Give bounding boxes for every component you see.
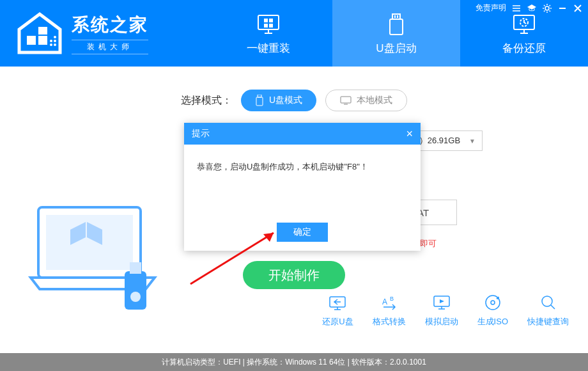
dialog-header: 提示 × (184, 123, 421, 145)
hotkey-icon (539, 293, 558, 312)
svg-rect-15 (341, 97, 351, 103)
nav-label: U盘启动 (376, 41, 416, 56)
svg-text:A: A (382, 297, 387, 306)
svg-rect-9 (397, 15, 398, 18)
tool-simulate-boot[interactable]: 模拟启动 (425, 293, 458, 328)
tool-hotkey-query[interactable]: 快捷键查询 (527, 293, 569, 328)
svg-text:B: B (390, 296, 394, 302)
format-icon: AB (380, 293, 399, 312)
graduate-icon[interactable] (527, 3, 537, 13)
logo-icon (13, 10, 66, 56)
mode-usb-button[interactable]: U盘模式 (241, 90, 316, 111)
start-button[interactable]: 开始制作 (243, 261, 345, 289)
laptop-usb-illustration (26, 194, 160, 322)
dialog-ok-button[interactable]: 确定 (277, 223, 328, 242)
minimize-icon[interactable] (557, 3, 568, 13)
mode-local-button[interactable]: 本地模式 (325, 90, 407, 111)
window-controls: 免责声明 (476, 3, 583, 13)
tool-format-convert[interactable]: AB 格式转换 (373, 293, 406, 328)
svg-rect-17 (46, 215, 133, 270)
simulate-icon (432, 293, 451, 312)
menu-icon[interactable] (511, 3, 522, 13)
nav-label: 一键重装 (247, 41, 290, 56)
dialog-close-button[interactable]: × (406, 127, 413, 141)
svg-point-0 (50, 40, 52, 42)
tool-restore-usb[interactable]: 还原U盘 (322, 293, 353, 328)
svg-point-12 (545, 6, 549, 10)
dialog: 提示 × 恭喜您，启动U盘制作成功，本机启动键"F8"！ 确定 (184, 123, 421, 251)
mode-usb-label: U盘模式 (269, 95, 302, 106)
svg-rect-6 (392, 14, 400, 19)
svg-rect-18 (125, 271, 146, 310)
mode-selector: 选择模式： U盘模式 本地模式 (0, 90, 588, 111)
backup-icon (511, 12, 537, 37)
logo: 系统之家 装机大师 (0, 0, 205, 67)
svg-point-3 (54, 43, 56, 46)
svg-point-27 (542, 296, 552, 306)
nav-label: 备份还原 (502, 41, 546, 56)
close-icon[interactable] (573, 3, 583, 13)
mode-label: 选择模式： (181, 94, 232, 107)
usb-small-icon (255, 95, 264, 106)
brand-subtitle: 装机大师 (72, 40, 148, 54)
monitor-icon (256, 12, 281, 37)
svg-rect-19 (130, 262, 141, 274)
svg-rect-5 (258, 15, 279, 29)
tool-row: 还原U盘 AB 格式转换 模拟启动 生成ISO 快捷键查询 (322, 293, 569, 328)
tool-create-iso[interactable]: 生成ISO (477, 293, 508, 328)
restore-icon (328, 293, 347, 312)
iso-icon (483, 293, 502, 312)
dialog-message: 恭喜您，启动U盘制作成功，本机启动键"F8"！ (184, 145, 421, 189)
svg-point-2 (50, 43, 52, 46)
dialog-title: 提示 (192, 128, 210, 139)
gear-icon[interactable] (542, 3, 552, 13)
brand-title: 系统之家 (72, 13, 148, 37)
status-bar: 计算机启动类型：UEFI | 操作系统：Windows 11 64位 | 软件版… (0, 353, 588, 371)
header: 系统之家 装机大师 一键重装 U盘启动 备份还原 免责声明 (0, 0, 588, 67)
mode-local-label: 本地模式 (357, 95, 392, 106)
nav-usb-boot[interactable]: U盘启动 (332, 0, 460, 67)
svg-point-1 (54, 40, 56, 42)
svg-rect-8 (394, 15, 396, 18)
device-size: ）26.91GB (419, 135, 460, 146)
svg-point-4 (54, 36, 56, 38)
svg-rect-14 (256, 97, 263, 106)
disclaimer-link[interactable]: 免责声明 (476, 3, 506, 13)
svg-point-20 (130, 292, 141, 302)
chevron-down-icon: ▼ (469, 138, 476, 145)
svg-rect-13 (258, 95, 261, 97)
svg-point-26 (491, 301, 495, 304)
monitor-small-icon (340, 96, 352, 105)
status-text: 计算机启动类型：UEFI | 操作系统：Windows 11 64位 | 软件版… (162, 357, 426, 368)
nav-reinstall[interactable]: 一键重装 (205, 0, 332, 67)
svg-rect-7 (390, 19, 403, 35)
usb-icon (383, 12, 409, 37)
